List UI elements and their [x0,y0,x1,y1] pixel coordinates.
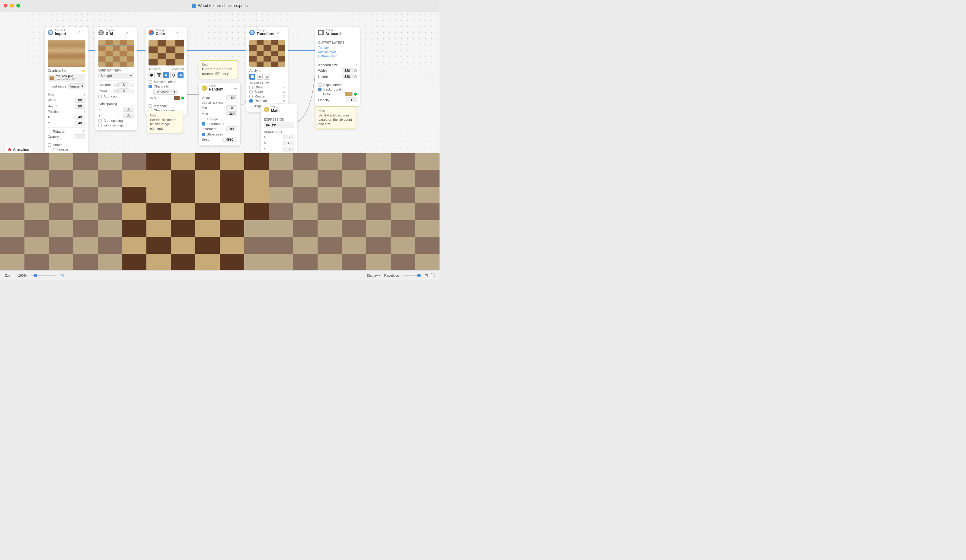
random-value-input[interactable] [227,95,237,100]
bottom-layer-link[interactable]: Bottom layer [318,54,357,58]
scale-checkbox[interactable] [249,90,253,93]
grid-pattern-select[interactable]: Straight ▾ [99,73,134,79]
tint-checkbox[interactable] [48,148,51,151]
artboard-color-swatch[interactable] [345,92,353,96]
svg-rect-4 [102,33,103,34]
fit-button[interactable]: Fit [61,273,64,277]
transform-icon [249,30,255,35]
columns-dec[interactable]: - [113,83,118,87]
repetition-slider[interactable] [403,275,421,276]
svg-rect-7 [319,31,323,34]
rows-dec[interactable]: - [113,89,118,93]
resize-checkbox[interactable] [249,95,253,98]
rotation-t-checkbox[interactable] [249,99,253,103]
import-width-input[interactable] [75,98,85,103]
close-button[interactable] [3,3,8,8]
middle-layer-link[interactable]: Middle layer [318,50,357,54]
extra-settings-checkbox[interactable] [99,124,102,127]
artboard-height-input[interactable] [342,74,353,79]
transform-apply-grid[interactable]: ⊞ [256,74,263,80]
artboard-icon [318,30,324,35]
animation-tab[interactable]: Animation [4,146,33,153]
background-checkbox[interactable] [318,88,322,91]
folder-icon[interactable]: 📁 [82,69,85,72]
transform-apply-all[interactable] [249,74,255,80]
import-node-header: Element Import ✓··· [45,27,89,38]
import-height-input[interactable] [75,104,85,109]
width-port [354,69,357,72]
random-min-input[interactable] [227,105,237,110]
color-note: Note Set the fill color to tint the imag… [147,111,183,133]
increment-input[interactable] [227,126,237,131]
align-content-checkbox[interactable] [318,83,322,87]
columns-input[interactable] [118,82,129,87]
columns-inc[interactable]: + [130,83,134,87]
import-node: Element Import ✓··· Graphics file 📁 [45,27,89,153]
transform-node-header: Change Transform ✓··· [246,27,288,38]
color-swatch[interactable] [174,96,180,100]
rows-inc[interactable]: + [130,89,134,93]
node-canvas[interactable]: Element Import ✓··· Graphics file 📁 [0,11,440,153]
display-dropdown[interactable]: Display ▾ [367,273,380,277]
apply-odd-btn[interactable] [170,72,176,78]
var-a-input[interactable] [283,134,294,139]
color-node: Change Color ✓··· Apply to Selection [146,27,187,116]
selection-offset-checkbox[interactable] [148,80,152,84]
random-node: ∿ Value Random ··· Value Value range Min [199,83,240,146]
add-spacing-btn[interactable]: + [132,102,134,106]
transform-apply-odd[interactable]: ⊟ [264,74,270,80]
status-bar: Zoom 100% Fit Display ▾ Repetition ⊡ ⛶ [0,270,440,280]
math-node-header: ∑ Value Math ··· [261,104,297,115]
preview-canvas [0,153,440,270]
expression-input[interactable] [264,122,294,128]
rotation-checkbox[interactable] [48,130,51,133]
var-b-input[interactable] [283,141,294,146]
set-color-select[interactable]: Set color▾ [153,89,177,95]
apply-all-btn[interactable] [148,72,154,78]
pm-range-checkbox[interactable] [202,118,205,121]
offset-checkbox[interactable] [249,86,253,89]
artboard-color-dot [354,93,357,96]
animation-tab-dot [8,148,11,151]
seed-input[interactable] [222,137,237,142]
title: Wood texture checkers.pnds [192,3,248,8]
import-icon [48,30,53,35]
top-layer-link[interactable]: Top layer [318,46,357,50]
mix-color-checkbox[interactable] [148,105,152,108]
show-seed-checkbox[interactable] [202,133,205,136]
change-fill-checkbox[interactable] [148,85,152,88]
import-x-input[interactable] [75,115,85,120]
file-icon [192,3,196,8]
import-mode-select[interactable]: Image ▾ [68,83,85,89]
add-size-btn[interactable]: + [84,93,85,97]
var-c-input[interactable] [283,147,294,151]
import-y-input[interactable] [75,121,85,126]
artboard-opacity-input[interactable] [346,97,357,102]
artboard-width-input[interactable] [342,68,353,73]
minimize-button[interactable] [10,3,14,8]
stroke-checkbox[interactable] [48,143,51,147]
apply-grid-btn[interactable] [156,72,162,78]
fullscreen-icon[interactable]: ⛶ [430,273,435,278]
transform-note: Note Rotate elements at random 90° angle… [199,61,238,79]
maximize-button[interactable] [16,3,20,8]
incremental-checkbox[interactable] [202,122,205,126]
math-icon: ∑ [264,107,269,112]
grid-x-input[interactable] [123,107,134,111]
random-max-input[interactable] [227,111,237,116]
color-node-header: Change Color ✓··· [146,27,187,38]
add-pos-btn[interactable]: + [84,110,85,113]
grid-node-header: Repeat Grid ✓··· [95,27,137,38]
auto-count-checkbox[interactable] [99,95,102,98]
apply-fill-btn[interactable]: ◼ [177,72,184,78]
grid-node: Repeat Grid ✓··· Grid pattern [95,27,137,130]
artboard-node: Output Artboard ··· Output layers Top la… [315,27,360,106]
zoom-slider[interactable] [31,275,56,276]
resize-icon[interactable]: ⊡ [424,273,428,278]
grid-y-input[interactable] [123,113,134,118]
import-opacity-input[interactable] [75,134,85,139]
rows-input[interactable] [118,88,129,93]
auto-spacing-checkbox[interactable] [99,119,102,123]
apply-select-btn[interactable]: ▣ [163,72,169,78]
svg-rect-3 [100,33,101,34]
